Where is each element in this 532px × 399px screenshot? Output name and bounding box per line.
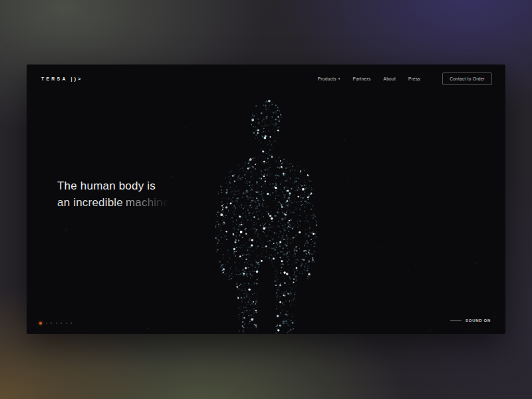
nav-item-products[interactable]: Products▾ <box>318 76 340 81</box>
nav-item-about[interactable]: About <box>384 76 396 81</box>
hero-headline: The human body is an incrediblemachine <box>57 178 170 211</box>
nav-item-partners[interactable]: Partners <box>353 76 371 81</box>
chevron-down-icon: ▾ <box>338 76 340 80</box>
background-specks <box>46 93 495 331</box>
carousel-dots <box>39 320 72 327</box>
hero-line-1: The human body is <box>57 178 170 194</box>
carousel-dot-6[interactable] <box>66 323 67 324</box>
contact-to-order-button[interactable]: Contact to Order <box>442 72 492 85</box>
carousel-dot-3[interactable] <box>51 323 52 324</box>
hero-line-2-static: an incredible <box>57 196 123 209</box>
carousel-dot-2[interactable] <box>46 323 47 324</box>
hero-line-2-fading-word: machine <box>126 194 170 211</box>
sound-toggle-label: SOUND ON <box>466 319 491 323</box>
hero-line-2: an incrediblemachine <box>57 194 170 211</box>
site-header: TERSA |)> Products▾ Partners About Press… <box>27 65 505 92</box>
carousel-dot-5[interactable] <box>61 323 62 324</box>
carousel-dot-1[interactable] <box>39 322 42 325</box>
carousel-dot-4[interactable] <box>56 323 57 324</box>
website-screenshot-card: TERSA |)> Products▾ Partners About Press… <box>27 65 505 334</box>
carousel-dot-7[interactable] <box>70 323 72 324</box>
nav-item-press[interactable]: Press <box>408 76 420 81</box>
logo[interactable]: TERSA |)> <box>41 76 83 81</box>
main-nav: Products▾ Partners About Press Contact t… <box>318 72 492 85</box>
sound-toggle[interactable]: SOUND ON <box>450 319 491 323</box>
nav-item-label: Products <box>318 76 336 81</box>
presentation-background: { "canvas": { "outer_gradient": { "top_l… <box>0 0 532 399</box>
sound-wave-line-icon <box>450 321 462 321</box>
